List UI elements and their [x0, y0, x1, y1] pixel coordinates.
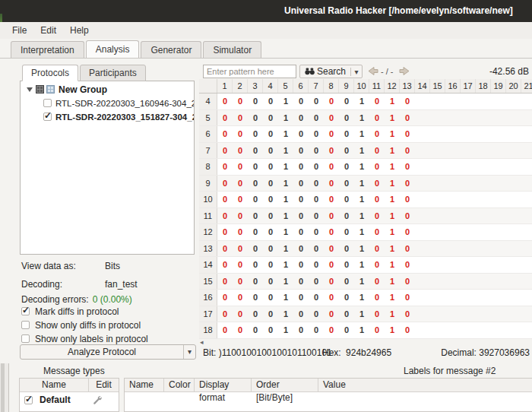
- bit-cell[interactable]: 0: [217, 208, 233, 224]
- wrench-icon[interactable]: [92, 395, 103, 405]
- bit-cell[interactable]: 0: [293, 159, 309, 175]
- bit-cell[interactable]: 0: [293, 143, 309, 159]
- row-header[interactable]: 13: [199, 241, 217, 257]
- bit-cell[interactable]: [445, 274, 461, 290]
- bit-cell[interactable]: 0: [400, 257, 415, 273]
- scrollbar-thumb[interactable]: [1, 363, 5, 412]
- bit-cell[interactable]: 0: [263, 290, 278, 306]
- analyze-protocol-button[interactable]: Analyze Protocol ▾: [20, 344, 196, 360]
- tab-participants[interactable]: Participants: [80, 65, 146, 81]
- bit-cell[interactable]: [491, 159, 506, 175]
- bit-cell[interactable]: 0: [309, 110, 324, 126]
- bit-cell[interactable]: 0: [217, 224, 233, 240]
- bit-cell[interactable]: 0: [293, 290, 309, 306]
- bit-cell[interactable]: [445, 306, 461, 322]
- bit-cell[interactable]: [491, 274, 506, 290]
- bit-cell[interactable]: 0: [400, 110, 415, 126]
- bit-cell[interactable]: 0: [339, 176, 354, 192]
- bit-cell[interactable]: 0: [309, 224, 324, 240]
- bit-cell[interactable]: [476, 274, 491, 290]
- bit-cell[interactable]: 1: [278, 274, 293, 290]
- bit-cell[interactable]: 0: [309, 126, 324, 142]
- bit-cell[interactable]: 0: [324, 192, 339, 208]
- bit-cell[interactable]: 0: [248, 176, 263, 192]
- bit-cell[interactable]: 1: [278, 257, 293, 273]
- group-checkbox-icon[interactable]: [36, 85, 44, 93]
- bit-cell[interactable]: [445, 257, 461, 273]
- bit-cell[interactable]: [430, 306, 445, 322]
- row-header[interactable]: 7: [199, 143, 217, 159]
- bit-cell[interactable]: [491, 322, 506, 338]
- bit-cell[interactable]: 0: [324, 224, 339, 240]
- row-header[interactable]: 8: [199, 159, 217, 175]
- bit-cell[interactable]: 0: [369, 176, 385, 192]
- bit-cell[interactable]: 0: [263, 192, 278, 208]
- bit-cell[interactable]: 0: [233, 159, 248, 175]
- bit-cell[interactable]: [521, 274, 532, 290]
- bit-cell[interactable]: 0: [324, 143, 339, 159]
- bit-cell[interactable]: 0: [324, 257, 339, 273]
- bit-cell[interactable]: [445, 322, 461, 338]
- message-type-name[interactable]: Default: [40, 395, 71, 405]
- bit-cell[interactable]: 0: [369, 322, 385, 338]
- bit-cell[interactable]: 0: [248, 159, 263, 175]
- bit-cell[interactable]: [445, 224, 461, 240]
- row-header[interactable]: 9: [199, 176, 217, 192]
- bit-cell[interactable]: 1: [354, 192, 369, 208]
- bit-cell[interactable]: 0: [263, 322, 278, 338]
- bit-cell[interactable]: 0: [217, 110, 233, 126]
- bit-cell[interactable]: 0: [233, 143, 248, 159]
- column-header[interactable]: 9: [339, 79, 354, 93]
- bit-cell[interactable]: 0: [324, 290, 339, 306]
- bit-cell[interactable]: [461, 192, 476, 208]
- protocol-checkbox-unchecked[interactable]: [43, 99, 52, 107]
- bit-cell[interactable]: 1: [354, 224, 369, 240]
- bit-cell[interactable]: [415, 110, 430, 126]
- bit-cell[interactable]: 0: [369, 290, 385, 306]
- search-dropdown-arrow[interactable]: ▾: [350, 68, 362, 76]
- bit-cell[interactable]: 1: [354, 176, 369, 192]
- bit-cell[interactable]: 1: [385, 176, 400, 192]
- bit-cell[interactable]: 0: [369, 126, 385, 142]
- bit-cell[interactable]: [491, 290, 506, 306]
- bit-cell[interactable]: 0: [263, 143, 278, 159]
- bit-cell[interactable]: [461, 290, 476, 306]
- bit-cell[interactable]: [506, 224, 521, 240]
- checkbox-show-only-labels[interactable]: Show only labels in protocol: [21, 333, 148, 344]
- row-header[interactable]: 12: [199, 224, 217, 240]
- bit-cell[interactable]: [506, 241, 521, 257]
- bit-cell[interactable]: 0: [263, 93, 278, 109]
- bit-cell[interactable]: [506, 93, 521, 109]
- bit-cell[interactable]: 0: [293, 306, 309, 322]
- bit-cell[interactable]: 0: [339, 126, 354, 142]
- bit-cell[interactable]: [521, 322, 532, 338]
- bit-cell[interactable]: 0: [293, 176, 309, 192]
- bit-cell[interactable]: [521, 192, 532, 208]
- bit-cell[interactable]: 0: [324, 322, 339, 338]
- next-search-result-icon[interactable]: [398, 65, 412, 77]
- bit-cell[interactable]: 0: [324, 159, 339, 175]
- bit-cell[interactable]: 1: [385, 126, 400, 142]
- bit-cell[interactable]: 1: [278, 208, 293, 224]
- bit-cell[interactable]: [430, 274, 445, 290]
- bit-cell[interactable]: 0: [293, 110, 309, 126]
- bit-cell[interactable]: 0: [309, 93, 324, 109]
- bit-cell[interactable]: [415, 290, 430, 306]
- bit-cell[interactable]: 0: [400, 306, 415, 322]
- bit-cell[interactable]: 0: [309, 241, 324, 257]
- bit-cell[interactable]: [521, 290, 532, 306]
- column-header[interactable]: 18: [476, 79, 491, 93]
- bit-cell[interactable]: 1: [354, 274, 369, 290]
- bit-cell[interactable]: 0: [248, 126, 263, 142]
- bit-cell[interactable]: [506, 322, 521, 338]
- bit-cell[interactable]: 1: [354, 93, 369, 109]
- bit-cell[interactable]: [430, 241, 445, 257]
- bit-cell[interactable]: [415, 208, 430, 224]
- bit-cell[interactable]: [506, 192, 521, 208]
- bit-cell[interactable]: 0: [400, 93, 415, 109]
- bit-cell[interactable]: 0: [293, 208, 309, 224]
- bit-cell[interactable]: [476, 159, 491, 175]
- bit-cell[interactable]: [521, 224, 532, 240]
- bit-cell[interactable]: [476, 290, 491, 306]
- bit-cell[interactable]: 1: [354, 306, 369, 322]
